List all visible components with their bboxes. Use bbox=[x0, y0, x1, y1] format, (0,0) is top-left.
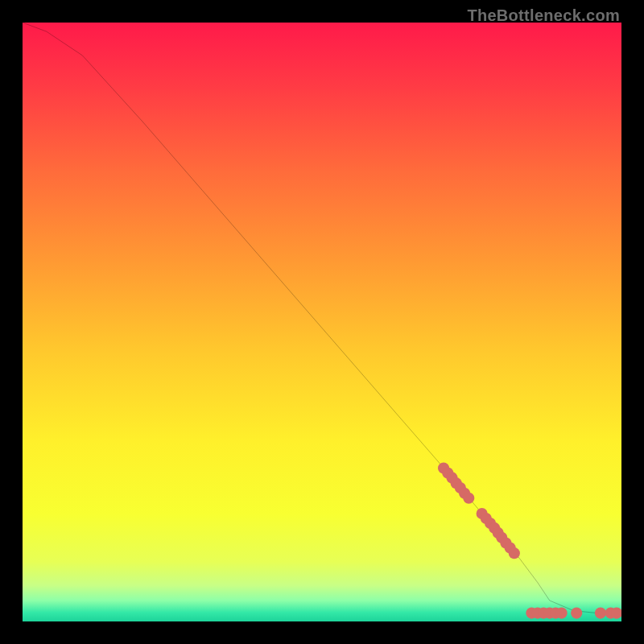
scatter-dot bbox=[509, 547, 520, 559]
watermark-text: TheBottleneck.com bbox=[467, 6, 620, 25]
scatter-dot bbox=[463, 493, 474, 504]
scatter-dots bbox=[438, 462, 621, 618]
chart-overlay bbox=[23, 23, 621, 621]
scatter-dot bbox=[571, 608, 582, 619]
scatter-dot bbox=[556, 608, 568, 619]
plot-area bbox=[23, 23, 621, 621]
chart-stage: TheBottleneck.com bbox=[0, 0, 644, 644]
curve-line bbox=[23, 23, 621, 614]
scatter-dot bbox=[595, 608, 606, 619]
